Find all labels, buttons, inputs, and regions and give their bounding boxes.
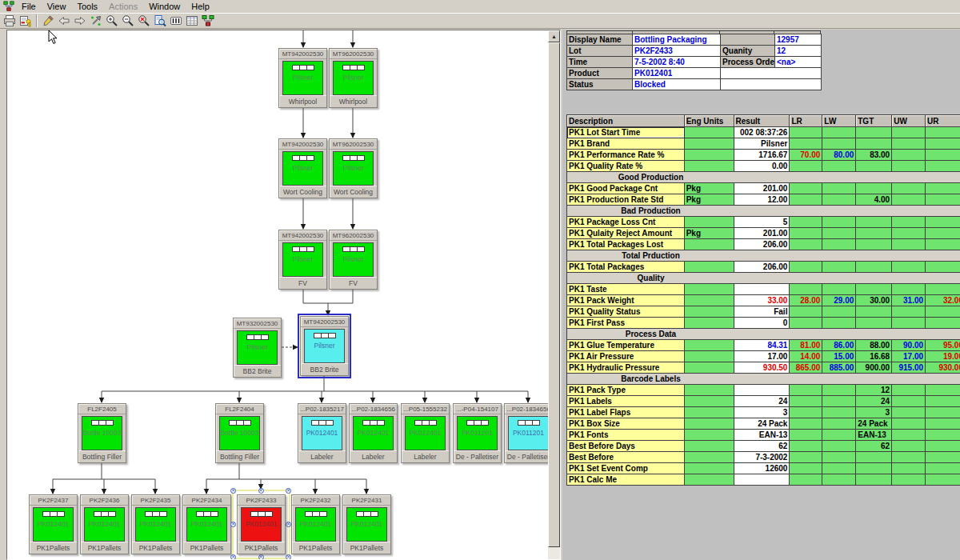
desc-cell[interactable]: PK1 First Pass	[567, 318, 685, 329]
diagram-canvas[interactable]: MT942002530PilsnerWhirlpoolMT962002530Pi…	[7, 30, 549, 559]
selection-handle[interactable]: ✕	[230, 488, 236, 494]
diagram-node[interactable]: MT942002530PilsnerBB2 Brite	[300, 316, 349, 376]
desc-cell[interactable]: PK1 Air Pressure	[567, 351, 685, 362]
diagram-node[interactable]: PK2F2431PK012401PK1Pallets	[342, 494, 391, 554]
diagram-node[interactable]: ...P02-1835217PK012401Labeler	[298, 403, 346, 463]
diagram-node[interactable]: MT942002530PilsnerWort Cooling	[278, 138, 327, 198]
diagram-node[interactable]: ...P02-1834656PK011201De - Palletiser	[504, 403, 549, 463]
result-cell[interactable]	[734, 474, 790, 486]
result-cell[interactable]: 201.00	[734, 183, 790, 194]
desc-cell[interactable]: PK1 Set Event Comp	[567, 463, 685, 474]
result-cell[interactable]: 62	[734, 441, 790, 452]
desc-cell[interactable]: PK1 Quality Rate %	[567, 161, 685, 172]
result-cell[interactable]: 002 08:37:26	[734, 127, 790, 138]
menu-view[interactable]: View	[42, 1, 72, 12]
desc-cell[interactable]: PK1 Performance Rate %	[567, 150, 685, 161]
result-cell[interactable]	[734, 284, 790, 295]
selection-handle[interactable]: ✕	[286, 522, 291, 527]
result-cell[interactable]: 24	[734, 396, 790, 407]
result-cell[interactable]: 84.31	[734, 340, 790, 351]
result-cell[interactable]: 33.00	[734, 295, 790, 306]
zoom-in-button[interactable]	[104, 14, 120, 28]
result-cell[interactable]: 3	[734, 407, 790, 418]
diagram-node[interactable]: PK2F2436PK012401PK1Pallets	[80, 494, 129, 554]
desc-cell[interactable]: PK1 Quality Status	[567, 306, 685, 318]
desc-cell[interactable]: PK1 Package Loss Cnt	[567, 217, 685, 228]
diagram-vscroll[interactable]: ▲	[548, 30, 560, 559]
desc-cell[interactable]: PK1 Box Size	[567, 418, 685, 430]
hierarchy-button[interactable]	[200, 14, 216, 28]
back-arrow-button[interactable]	[56, 14, 72, 28]
result-cell[interactable]: 201.00	[734, 228, 790, 239]
desc-cell[interactable]: PK1 Pack Type	[567, 385, 685, 396]
scroll-thumb[interactable]	[548, 42, 560, 547]
desc-cell[interactable]: PK1 Good Package Cnt	[567, 183, 685, 194]
desc-cell[interactable]: PK1 Hydraulic Pressure	[567, 362, 685, 374]
zoom-cancel-button[interactable]	[136, 14, 152, 28]
menu-tools[interactable]: Tools	[71, 1, 103, 12]
desc-cell[interactable]: PK1 Total Packages Lost	[567, 239, 685, 250]
print-button[interactable]	[2, 14, 18, 28]
zoom-page-button[interactable]	[152, 14, 168, 28]
diagram-node[interactable]: MT962002530PilsnerWort Cooling	[329, 138, 378, 198]
diagram-node[interactable]: FL2F2405Bottle 10003Bottling Filler	[78, 403, 126, 463]
result-cell[interactable]: 1716.67	[734, 150, 790, 161]
security-button[interactable]	[18, 14, 34, 28]
selection-handle[interactable]: ✕	[230, 522, 236, 527]
diagram-node[interactable]: PK2F2432PK012401PK1Pallets	[291, 494, 340, 554]
result-cell[interactable]: EAN-13	[734, 430, 790, 441]
diagram-node[interactable]: ...-P04-154107PK011201De - Palletiser	[453, 403, 502, 463]
desc-cell[interactable]: Best Before Days	[567, 441, 685, 452]
desc-cell[interactable]: PK1 Calc Me	[567, 474, 685, 486]
desc-cell[interactable]: PK1 Production Rate Std	[567, 194, 685, 206]
desc-cell[interactable]: PK1 Brand	[567, 138, 685, 150]
result-cell[interactable]: 24 Pack	[734, 418, 790, 430]
selection-handle[interactable]: ✕	[258, 554, 264, 559]
diagram-node[interactable]: PK2F2434PK012401PK1Pallets	[182, 494, 231, 554]
result-cell[interactable]: Fail	[734, 306, 790, 318]
diagram-node[interactable]: MT962002530PilsnerFV	[329, 230, 378, 290]
grid-button[interactable]	[184, 14, 200, 28]
desc-cell[interactable]: PK1 Lot Start Time	[567, 127, 685, 138]
result-cell[interactable]: 17.00	[734, 351, 790, 362]
diagram-node[interactable]: ...P05-1555232PK012401Labeler	[401, 403, 450, 463]
selection-handle[interactable]: ✕	[258, 488, 264, 494]
diagram-node[interactable]: MT942002530PilsnerFV	[278, 230, 327, 290]
scroll-up-button[interactable]: ▲	[548, 30, 560, 42]
desc-cell[interactable]: PK1 Glue Temperature	[567, 340, 685, 351]
result-cell[interactable]	[734, 385, 790, 396]
diagram-node[interactable]: FL2F2404Bottle 10003Bottling Filler	[215, 403, 264, 463]
result-cell[interactable]: 206.00	[734, 239, 790, 250]
diagram-node[interactable]: PK2F2433PK012401PK1Pallets	[237, 494, 286, 554]
desc-cell[interactable]: PK1 Qulaity Reject Amount	[567, 228, 685, 239]
diagram-node[interactable]: MT962002530PilsnerWhirlpool	[329, 48, 378, 108]
menu-file[interactable]: File	[16, 1, 42, 12]
result-cell[interactable]: 0.00	[734, 161, 790, 172]
barcode-button[interactable]	[168, 14, 184, 28]
selection-handle[interactable]: ✕	[286, 554, 291, 559]
result-cell[interactable]: Pilsner	[734, 138, 790, 150]
result-cell[interactable]: 206.00	[734, 262, 790, 273]
selection-handle[interactable]: ✕	[230, 554, 236, 559]
menu-help[interactable]: Help	[186, 1, 215, 12]
trace-button[interactable]	[88, 14, 104, 28]
zoom-out-button[interactable]	[120, 14, 136, 28]
result-cell[interactable]: 5	[734, 217, 790, 228]
result-cell[interactable]: 930.50	[734, 362, 790, 374]
result-cell[interactable]: 0	[734, 318, 790, 329]
desc-cell[interactable]: PK1 Pack Weight	[567, 295, 685, 306]
desc-cell[interactable]: PK1 Total Packages	[567, 262, 685, 273]
desc-cell[interactable]: PK1 Label Flaps	[567, 407, 685, 418]
desc-cell[interactable]: Best Before	[567, 452, 685, 463]
diagram-node[interactable]: PK2F2437PK012401PK1Pallets	[29, 494, 78, 554]
result-cell[interactable]: 7-3-2002	[734, 452, 790, 463]
selection-handle[interactable]: ✕	[286, 488, 291, 494]
desc-cell[interactable]: PK1 Fonts	[567, 430, 685, 441]
diagram-node[interactable]: ...P02-1834656PK012401Labeler	[349, 403, 398, 463]
desc-cell[interactable]: PK1 Taste	[567, 284, 685, 295]
result-cell[interactable]: 12600	[734, 463, 790, 474]
forward-arrow-button[interactable]	[72, 14, 88, 28]
diagram-node[interactable]: MT942002530PilsnerWhirlpool	[278, 48, 327, 108]
result-cell[interactable]: 12.00	[734, 194, 790, 206]
menu-window[interactable]: Window	[143, 1, 186, 12]
